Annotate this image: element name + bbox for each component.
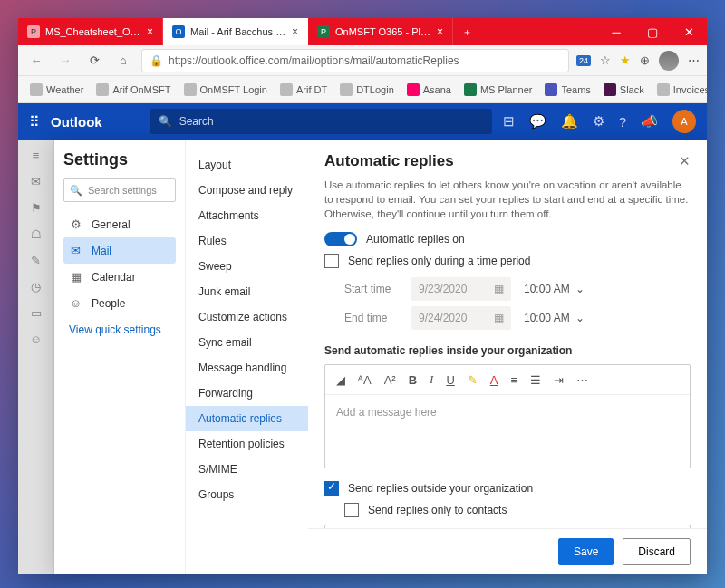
profile-avatar[interactable] [659, 51, 679, 71]
chat-icon[interactable]: 💬 [529, 113, 546, 130]
people-icon: ☺ [69, 296, 82, 310]
highlight-icon[interactable]: ◢ [336, 373, 345, 387]
time-period-checkbox[interactable] [324, 254, 339, 268]
whats-new-icon[interactable]: 📣 [641, 113, 658, 130]
indent-icon[interactable]: ⇥ [554, 373, 564, 387]
subnav-forwarding[interactable]: Forwarding [186, 381, 308, 406]
settings-gear-icon[interactable]: ⚙ [593, 113, 604, 130]
forward-button[interactable]: → [54, 50, 76, 72]
subnav-layout[interactable]: Layout [186, 152, 308, 178]
calendar-icon: ▦ [494, 312, 504, 324]
browser-tab[interactable]: P MS_Cheatsheet_OutlookMailOn… × [18, 18, 163, 45]
close-icon[interactable]: × [147, 25, 153, 38]
toggle-label: Automatic replies on [366, 233, 465, 246]
subnav-junk[interactable]: Junk email [186, 279, 308, 304]
back-button[interactable]: ← [25, 50, 47, 72]
pane-title: Automatic replies [324, 152, 679, 170]
maximize-button[interactable]: ▢ [634, 18, 671, 45]
bookmark-icon [280, 83, 293, 96]
close-icon[interactable]: × [292, 25, 298, 38]
bookmark-item[interactable]: MS Planner [459, 82, 536, 98]
bookmark-item[interactable]: Teams [540, 82, 594, 98]
bookmark-item[interactable]: OnMSFT Login [179, 82, 272, 98]
search-placeholder: Search settings [88, 185, 157, 196]
nav-mail[interactable]: ✉Mail [63, 237, 176, 264]
font-color-icon[interactable]: A [490, 373, 498, 387]
bookmark-item[interactable]: DTLogin [335, 82, 399, 98]
settings-title: Settings [63, 150, 176, 169]
settings-search[interactable]: 🔍 Search settings [63, 178, 176, 202]
search-box[interactable]: 🔍 Search [150, 109, 492, 134]
bookmark-item[interactable]: Slack [599, 82, 649, 98]
contacts-only-checkbox[interactable] [344, 503, 359, 517]
nav-calendar[interactable]: ▦Calendar [63, 264, 176, 290]
close-icon[interactable]: × [437, 25, 443, 38]
calendar-ext-icon[interactable]: 24 [576, 55, 591, 66]
home-button[interactable]: ⌂ [112, 50, 134, 72]
end-time-label: End time [344, 312, 399, 324]
subnav-message-handling[interactable]: Message handling [186, 355, 308, 381]
notifications-icon[interactable]: 🔔 [561, 113, 578, 130]
refresh-button[interactable]: ⟳ [83, 50, 105, 72]
bookmark-item[interactable]: Invoices [652, 82, 707, 98]
bullets-icon[interactable]: ≡ [510, 373, 517, 387]
nav-people[interactable]: ☺People [63, 290, 176, 316]
close-pane-button[interactable]: ✕ [679, 153, 691, 169]
font-family-icon[interactable]: ᴬA [358, 373, 372, 387]
tab-title: OnMSFT O365 - Planner [335, 26, 431, 37]
outside-org-checkbox[interactable] [324, 481, 339, 496]
window-controls: ─ ▢ ✕ [598, 18, 707, 45]
bold-button[interactable]: B [409, 373, 417, 387]
collections-icon[interactable]: ⊕ [640, 53, 650, 67]
chevron-down-icon: ⌄ [575, 283, 585, 295]
numbering-icon[interactable]: ☰ [530, 373, 541, 387]
subnav-sweep[interactable]: Sweep [186, 254, 308, 279]
new-tab-button[interactable]: ＋ [453, 18, 481, 45]
bookmark-item[interactable]: Arif OnMSFT [92, 82, 175, 98]
app-launcher-icon[interactable]: ⠿ [29, 113, 40, 130]
start-date-picker[interactable]: 9/23/2020▦ [411, 277, 511, 301]
subnav-sync[interactable]: Sync email [186, 330, 308, 355]
font-size-icon[interactable]: A² [384, 373, 396, 387]
bookmark-item[interactable]: Arif DT [276, 82, 332, 98]
favorites-star-icon[interactable]: ★ [620, 53, 631, 67]
underline-button[interactable]: U [446, 373, 454, 387]
browser-tab-active[interactable]: O Mail - Arif Bacchus - Outlook × [163, 18, 308, 45]
subnav-compose[interactable]: Compose and reply [186, 178, 308, 203]
bookmark-item[interactable]: Weather [25, 82, 88, 98]
browser-tab[interactable]: P OnMSFT O365 - Planner × [308, 18, 453, 45]
browser-toolbar: ← → ⟳ ⌂ 🔒 https://outlook.office.com/mai… [18, 45, 707, 76]
subnav-smime[interactable]: S/MIME [186, 457, 308, 482]
end-date-picker[interactable]: 9/24/2020▦ [411, 306, 511, 330]
favorite-icon[interactable]: ☆ [600, 53, 611, 67]
end-time-select[interactable]: 10:00 AM⌄ [524, 312, 585, 324]
highlighter-icon[interactable]: ✎ [468, 373, 478, 387]
nav-general[interactable]: ⚙General [63, 211, 176, 237]
meet-now-icon[interactable]: ⊟ [503, 113, 515, 130]
subnav-retention[interactable]: Retention policies [186, 431, 308, 457]
more-icon[interactable]: ⋯ [688, 53, 700, 67]
help-icon[interactable]: ? [619, 114, 626, 130]
discard-button[interactable]: Discard [623, 538, 691, 565]
bookmark-icon [407, 83, 420, 96]
subnav-customize[interactable]: Customize actions [186, 304, 308, 330]
subnav-rules[interactable]: Rules [186, 228, 308, 254]
account-avatar[interactable]: A [672, 110, 696, 133]
start-time-select[interactable]: 10:00 AM⌄ [524, 283, 585, 295]
auto-reply-toggle[interactable] [324, 232, 357, 246]
browser-titlebar: P MS_Cheatsheet_OutlookMailOn… × O Mail … [18, 18, 707, 45]
view-quick-settings-link[interactable]: View quick settings [63, 316, 176, 343]
address-bar[interactable]: 🔒 https://outlook.office.com/mail/option… [141, 49, 569, 72]
italic-button[interactable]: I [430, 372, 433, 387]
editor-body[interactable]: Add a message here [325, 395, 690, 468]
bookmark-icon [604, 83, 616, 96]
minimize-button[interactable]: ─ [598, 18, 634, 45]
save-button[interactable]: Save [558, 538, 614, 565]
subnav-groups[interactable]: Groups [186, 482, 308, 507]
close-button[interactable]: ✕ [671, 18, 707, 45]
bookmark-item[interactable]: Asana [402, 82, 456, 98]
bookmark-icon [464, 83, 477, 96]
subnav-automatic-replies[interactable]: Automatic replies [186, 406, 308, 431]
subnav-attachments[interactable]: Attachments [186, 203, 308, 228]
more-format-icon[interactable]: ⋯ [576, 373, 588, 387]
